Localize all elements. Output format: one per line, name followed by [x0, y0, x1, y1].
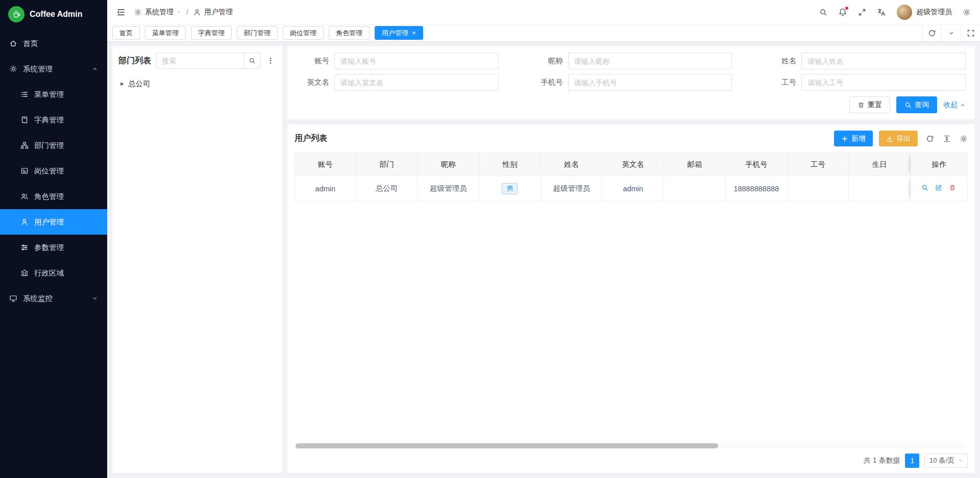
app-title: Coffee Admin — [30, 10, 82, 19]
user-list-actions: 新增 导出 — [834, 131, 918, 146]
tree-node-head-office[interactable]: ▶ 总公司 — [118, 76, 276, 91]
chevron-down-icon — [948, 30, 954, 36]
view-row-button[interactable] — [921, 184, 928, 193]
breadcrumb-item-user-management[interactable]: 用户管理 — [193, 8, 233, 17]
sidebar-item-system-monitor[interactable]: 系统监控 — [0, 286, 107, 311]
cell-work-no — [788, 176, 849, 202]
department-more-button[interactable] — [265, 57, 276, 65]
english-name-input[interactable] — [334, 74, 499, 91]
sidebar-item-home[interactable]: 首页 — [0, 31, 107, 56]
column-header: 生日 — [849, 153, 911, 176]
add-user-button[interactable]: 新增 — [834, 131, 873, 146]
delete-row-button[interactable] — [949, 184, 956, 193]
department-panel-header: 部门列表 — [118, 53, 276, 69]
chevron-up-icon — [92, 66, 98, 72]
notifications-button[interactable] — [838, 8, 847, 17]
plus-icon — [841, 135, 848, 142]
tab-dictionary-management[interactable]: 字典管理 — [191, 26, 232, 40]
table-empty-space — [295, 202, 968, 443]
main-column: 系统管理 / 用户管理 超级管理员 — [107, 0, 980, 478]
roles-icon — [20, 192, 29, 200]
account-input[interactable] — [334, 53, 499, 69]
user-list-panel: 用户列表 新增 导出 — [287, 124, 975, 473]
search-icon — [819, 8, 827, 16]
filter-field-english-name: 英文名 — [293, 74, 499, 91]
tab-menu-management[interactable]: 菜单管理 — [145, 26, 186, 40]
tab-home[interactable]: 首页 — [112, 26, 140, 40]
settings-button[interactable] — [963, 8, 971, 16]
user-menu[interactable]: 超级管理员 — [897, 5, 952, 20]
table-toolbar — [926, 135, 968, 143]
gear-icon — [134, 8, 142, 16]
sidebar-collapse-button[interactable] — [116, 8, 126, 17]
reset-button[interactable]: 重置 — [849, 96, 890, 113]
content-fullscreen-button[interactable] — [961, 24, 980, 41]
page-1-button[interactable]: 1 — [905, 454, 919, 468]
table-refresh-button[interactable] — [926, 135, 934, 143]
sidebar-item-system-management[interactable]: 系统管理 — [0, 56, 107, 82]
menu-fold-icon — [116, 8, 126, 17]
sidebar-item-user-management[interactable]: 用户管理 — [0, 209, 107, 235]
app-logo[interactable]: Coffee Admin — [0, 0, 107, 29]
sidebar-item-department-management[interactable]: 部门管理 — [0, 133, 107, 158]
collapse-filter-link[interactable]: 收起 — [943, 100, 966, 110]
trash-icon — [949, 184, 956, 191]
download-icon — [886, 135, 893, 142]
row-height-button[interactable] — [943, 135, 951, 143]
fullscreen-button[interactable] — [858, 8, 866, 16]
sidebar-item-region[interactable]: 行政区域 — [0, 260, 107, 286]
user-table: 账号 部门 昵称 性别 姓名 英文名 邮箱 手机号 工号 生日 操作 — [295, 153, 968, 202]
export-button[interactable]: 导出 — [879, 131, 918, 146]
name-input[interactable] — [801, 53, 966, 69]
tab-post-management[interactable]: 岗位管理 — [283, 26, 324, 40]
global-search-button[interactable] — [819, 8, 827, 16]
tab-user-management[interactable]: 用户管理 × — [375, 26, 423, 40]
filter-field-account: 账号 — [293, 53, 499, 69]
table-row[interactable]: admin 总公司 超级管理员 男 超级管理员 admin 1888888888… — [295, 176, 968, 202]
tab-tools — [922, 24, 980, 41]
column-header: 工号 — [788, 153, 849, 176]
tab-department-management[interactable]: 部门管理 — [237, 26, 278, 40]
tab-menu-dropdown[interactable] — [941, 24, 961, 41]
department-panel: 部门列表 ▶ 总公司 — [112, 46, 282, 473]
trash-icon — [857, 102, 865, 109]
query-button[interactable]: 查询 — [896, 96, 937, 113]
horizontal-scrollbar-thumb[interactable] — [296, 443, 718, 448]
language-button[interactable] — [877, 8, 886, 17]
gender-tag: 男 — [502, 183, 518, 194]
tab-role-management[interactable]: 角色管理 — [329, 26, 370, 40]
search-icon — [904, 102, 912, 109]
sidebar-item-post-management[interactable]: 岗位管理 — [0, 158, 107, 184]
close-icon[interactable]: × — [412, 30, 416, 36]
nickname-input[interactable] — [568, 53, 732, 69]
sidebar-item-dictionary-management[interactable]: 字典管理 — [0, 107, 107, 133]
cell-email — [664, 176, 726, 202]
tree-node-label: 总公司 — [128, 79, 151, 89]
sidebar-item-menu-management[interactable]: 菜单管理 — [0, 82, 107, 107]
cell-nickname: 超级管理员 — [418, 176, 479, 202]
breadcrumb-item-system-management[interactable]: 系统管理 — [134, 8, 182, 17]
tabbar: 首页 菜单管理 字典管理 部门管理 岗位管理 角色管理 用户管理 × — [107, 24, 980, 41]
phone-input[interactable] — [568, 74, 732, 91]
search-icon — [249, 57, 256, 64]
table-settings-button[interactable] — [960, 135, 968, 143]
department-search-input[interactable] — [156, 53, 243, 69]
expand-corners-icon — [967, 29, 975, 37]
caret-right-icon[interactable]: ▶ — [120, 81, 124, 86]
tab-refresh-button[interactable] — [922, 24, 941, 41]
edit-row-button[interactable] — [935, 184, 942, 193]
app-root: Coffee Admin 首页 系统管理 菜单管理 字典管理 部门 — [0, 0, 980, 478]
cell-account: admin — [295, 176, 356, 202]
sidebar-item-role-management[interactable]: 角色管理 — [0, 184, 107, 209]
sidebar-item-params-management[interactable]: 参数管理 — [0, 235, 107, 260]
page-size-select[interactable]: 10 条/页 — [924, 454, 968, 468]
user-list-header: 用户列表 新增 导出 — [295, 131, 968, 146]
refresh-icon — [928, 29, 936, 37]
column-header: 部门 — [356, 153, 418, 176]
department-search-button[interactable] — [243, 53, 261, 69]
topbar-actions: 超级管理员 — [819, 5, 971, 20]
work-no-input[interactable] — [801, 74, 966, 91]
cell-department: 总公司 — [356, 176, 418, 202]
gear-icon — [963, 8, 971, 16]
chevron-down-icon — [92, 295, 98, 301]
